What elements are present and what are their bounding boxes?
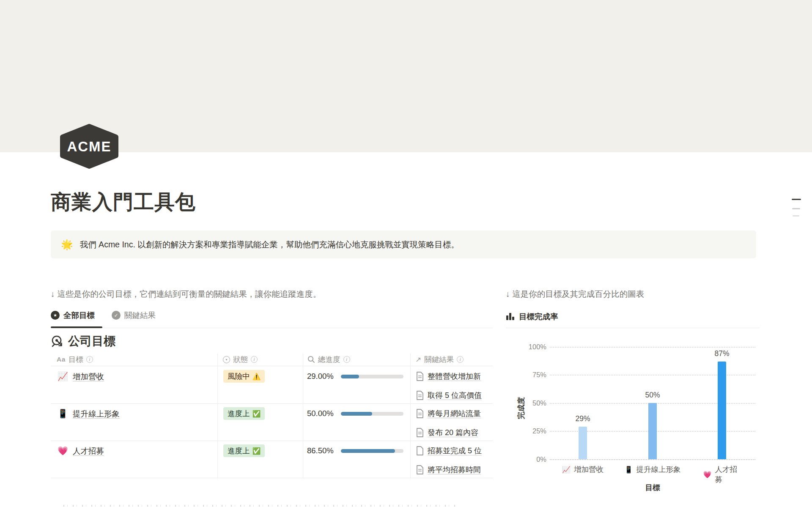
column-divider — [217, 354, 218, 478]
select-property-icon — [223, 356, 230, 363]
chart-up-emoji-icon: 📈 — [562, 466, 571, 474]
progress-value: 29.00% — [307, 369, 334, 384]
status-badge[interactable]: 風險中 ⚠️ — [223, 370, 265, 383]
star-circle-icon — [51, 311, 60, 320]
callout-text: 我們 Acme Inc. 以創新的解決方案和專業指導賦能企業，幫助他們充滿信心地… — [80, 239, 459, 250]
key-result-link[interactable]: 整體營收增加新 — [416, 370, 493, 383]
tab-all-goals[interactable]: 全部目標 — [51, 310, 95, 321]
tab-key-results[interactable]: 關鍵結果 — [112, 310, 156, 321]
title-property-icon: Aa — [57, 356, 66, 363]
tab-goal-completion[interactable]: 目標完成率 — [506, 311, 558, 322]
progress-bar — [341, 412, 403, 416]
table-row-goal[interactable]: 💗 人才招募 — [58, 443, 104, 458]
mobile-phone-emoji-icon: 📱 — [58, 408, 68, 419]
page-icon — [416, 465, 424, 474]
callout[interactable]: 🌟 我們 Acme Inc. 以創新的解決方案和專業指導賦能企業，幫助他們充滿信… — [51, 230, 756, 258]
chart-up-emoji-icon: 📈 — [58, 371, 68, 381]
target-dart-icon — [51, 335, 63, 348]
y-tick: 100% — [506, 342, 546, 351]
check-emoji-icon: ✅ — [252, 447, 261, 455]
info-icon[interactable] — [343, 356, 350, 363]
key-result-link[interactable]: 將每月網站流量 — [416, 407, 493, 420]
progress-bar — [341, 449, 403, 453]
goal-link[interactable]: 提升線上形象 — [73, 408, 120, 419]
tab-label: 關鍵結果 — [124, 310, 156, 321]
column-header-status[interactable]: 狀態 — [223, 354, 258, 364]
svg-text:ACME: ACME — [67, 139, 111, 154]
y-tick: 25% — [506, 426, 546, 436]
page-icon — [416, 428, 424, 437]
x-axis-label: 目標 — [645, 482, 660, 493]
chart-bar-revenue — [579, 427, 587, 459]
y-tick: 75% — [506, 370, 546, 379]
star-emoji-icon: 🌟 — [61, 240, 73, 249]
heart-emoji-icon: 💗 — [703, 471, 712, 479]
row-divider — [51, 478, 493, 478]
cover-image — [0, 0, 812, 152]
heart-emoji-icon: 💗 — [58, 446, 68, 456]
key-result-link[interactable]: 發布 20 篇內容 — [416, 426, 493, 439]
column-header-goal[interactable]: Aa 目標 — [57, 354, 93, 364]
chart-bar-recruiting — [718, 362, 726, 459]
tabbar-divider — [506, 328, 760, 328]
check-circle-icon — [112, 311, 121, 320]
gridline-0 — [550, 459, 755, 460]
page-icon — [416, 409, 424, 418]
x-category-revenue: 📈 增加營收 — [562, 464, 604, 474]
page-icon — [416, 391, 424, 400]
goal-link[interactable]: 增加營收 — [73, 371, 104, 382]
column-header-progress[interactable]: 總進度 — [307, 354, 350, 364]
clipped-text-line — [63, 505, 457, 507]
tab-label: 目標完成率 — [519, 311, 558, 322]
row-divider — [51, 441, 493, 441]
table-title[interactable]: 公司目標 — [51, 333, 115, 349]
y-tick: 50% — [506, 398, 546, 408]
column-divider — [303, 354, 303, 478]
outline-item-current[interactable] — [792, 199, 801, 200]
hexagon-logo-icon: ACME — [59, 124, 119, 169]
page-icon — [416, 446, 424, 455]
notion-page: ACME 商業入門工具包 🌟 我們 Acme Inc. 以創新的解決方案和專業指… — [0, 0, 812, 507]
status-badge[interactable]: 進度上 ✅ — [223, 407, 265, 420]
bar-value-label: 87% — [705, 349, 739, 358]
chart-bar-online-presence — [648, 403, 657, 459]
progress-value: 86.50% — [307, 443, 334, 458]
column-divider — [410, 354, 411, 478]
relation-arrow-icon — [415, 355, 421, 364]
info-icon[interactable] — [457, 356, 464, 363]
acme-logo: ACME — [59, 124, 119, 169]
column-header-key-results[interactable]: 關鍵結果 — [415, 354, 464, 364]
bar-chart-icon — [506, 312, 515, 321]
table-row-goal[interactable]: 📱 提升線上形象 — [58, 406, 120, 421]
y-tick: 0% — [506, 455, 546, 464]
key-result-link[interactable]: 取得 5 位高價值 — [416, 389, 493, 402]
goal-link[interactable]: 人才招募 — [73, 446, 104, 456]
outline-item[interactable] — [792, 208, 800, 209]
page-icon — [416, 372, 424, 381]
mobile-phone-emoji-icon: 📱 — [625, 466, 633, 474]
x-category-online-presence: 📱 提升線上形象 — [625, 464, 681, 474]
check-emoji-icon: ✅ — [252, 410, 261, 418]
x-category-recruiting: 💗 人才招募 — [703, 464, 741, 485]
info-icon[interactable] — [251, 356, 258, 363]
progress-bar — [341, 375, 403, 378]
warning-emoji-icon: ⚠️ — [252, 373, 261, 381]
status-badge[interactable]: 進度上 ✅ — [223, 444, 265, 457]
magnifier-icon — [307, 356, 315, 363]
page-title[interactable]: 商業入門工具包 — [51, 189, 196, 216]
left-hint-text: ↓ 這些是你的公司目標，它們連結到可衡量的關鍵結果，讓你能追蹤進度。 — [51, 288, 321, 300]
progress-value: 50.00% — [307, 406, 334, 421]
row-divider — [51, 403, 493, 404]
key-result-link[interactable]: 將平均招募時間 — [416, 463, 493, 476]
bar-value-label: 50% — [636, 391, 669, 400]
table-row-goal[interactable]: 📈 增加營收 — [58, 369, 104, 384]
bar-value-label: 29% — [566, 414, 600, 423]
active-tab-underline — [51, 326, 102, 328]
right-hint-text: ↓ 這是你的目標及其完成百分比的圖表 — [506, 288, 644, 300]
outline-item[interactable] — [793, 215, 799, 217]
info-icon[interactable] — [86, 356, 93, 363]
goal-completion-chart: 完成度 100% 75% 50% 25% 0% 29% 50% 87% 📈 增加… — [506, 337, 760, 507]
y-axis-label: 完成度 — [516, 387, 526, 429]
tab-label: 全部目標 — [63, 310, 95, 321]
key-result-link[interactable]: 招募並完成 5 位 — [416, 444, 493, 457]
